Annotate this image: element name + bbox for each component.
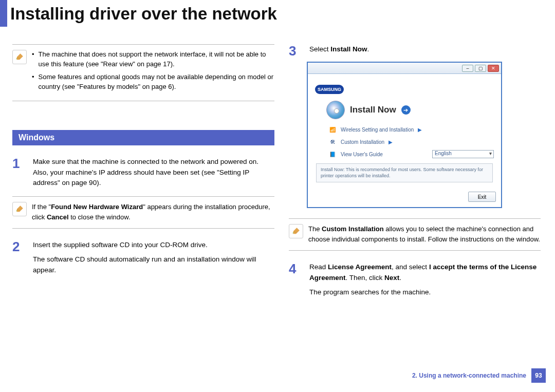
note-icon [12, 202, 27, 216]
step-1: 1 Make sure that the machine is connecte… [12, 157, 274, 188]
close-button[interactable]: ✕ [488, 65, 499, 72]
step-4: 4 Read License Agreement, and select I a… [289, 262, 541, 302]
title-bar: Installing driver over the network [0, 0, 555, 27]
step-2-p1: Insert the supplied software CD into you… [33, 240, 274, 250]
page-title: Installing driver over the network [7, 0, 277, 27]
footer-chapter: 2. Using a network-connected machine [412, 372, 526, 379]
note-bullet-1: The machine that does not support the ne… [39, 50, 274, 69]
step-1-note: If the "Found New Hardware Wizard" appea… [12, 196, 274, 229]
install-now-label: Install Now [350, 105, 396, 115]
wireless-setting-row[interactable]: 📶 Wireless Setting and Installation ▶ [328, 125, 494, 134]
step-1-text: Make sure that the machine is connected … [33, 157, 274, 188]
language-select[interactable]: English [432, 150, 494, 158]
title-accent [0, 0, 7, 27]
samsung-logo: SAMSUNG [315, 85, 344, 94]
top-note: The machine that does not support the ne… [12, 44, 274, 101]
step-3: 3 Select Install Now. [289, 44, 541, 58]
view-guide-row[interactable]: 📘 View User's Guide English [328, 150, 494, 158]
wireless-icon: 📶 [328, 125, 337, 134]
chevron-right-icon: ▶ [388, 139, 393, 145]
step-3-number: 3 [289, 44, 300, 58]
installer-window: – ▢ ✕ SAMSUNG Install Now ➔ 📶 Wireless S… [307, 62, 502, 208]
step-2: 2 Insert the supplied software CD into y… [12, 240, 274, 279]
section-heading-windows: Windows [12, 130, 274, 145]
cd-icon [326, 101, 345, 119]
step-1-number: 1 [12, 157, 24, 188]
note-icon [289, 224, 303, 238]
chevron-right-icon: ▶ [418, 127, 422, 133]
step-4-p2: The program searches for the machine. [309, 287, 541, 297]
arrow-right-icon: ➔ [401, 105, 411, 115]
installer-titlebar: – ▢ ✕ [308, 63, 501, 74]
right-column: 3 Select Install Now. – ▢ ✕ SAMSUNG Inst… [289, 44, 541, 310]
exit-button[interactable]: Exit [468, 192, 496, 202]
installer-description: Install Now: This is recommended for mos… [316, 163, 493, 182]
step-2-number: 2 [12, 240, 24, 279]
maximize-button[interactable]: ▢ [475, 65, 486, 72]
step-2-p2: The software CD should automatically run… [33, 254, 274, 275]
minimize-button[interactable]: – [462, 65, 473, 72]
note-bullet-2: Some features and optional goods may not… [39, 72, 274, 92]
page-number: 93 [531, 368, 546, 383]
note-icon [12, 50, 27, 64]
page-footer: 2. Using a network-connected machine 93 [412, 368, 546, 383]
step-4-number: 4 [289, 262, 300, 302]
left-column: The machine that does not support the ne… [12, 44, 274, 310]
install-now-row[interactable]: Install Now ➔ [326, 101, 494, 119]
custom-install-icon: 🛠 [328, 138, 337, 146]
guide-icon: 📘 [328, 150, 337, 158]
step-3-note: The Custom Installation allows you to se… [289, 218, 541, 251]
installer-logo-row: SAMSUNG [315, 80, 494, 99]
custom-installation-row[interactable]: 🛠 Custom Installation ▶ [328, 138, 494, 146]
